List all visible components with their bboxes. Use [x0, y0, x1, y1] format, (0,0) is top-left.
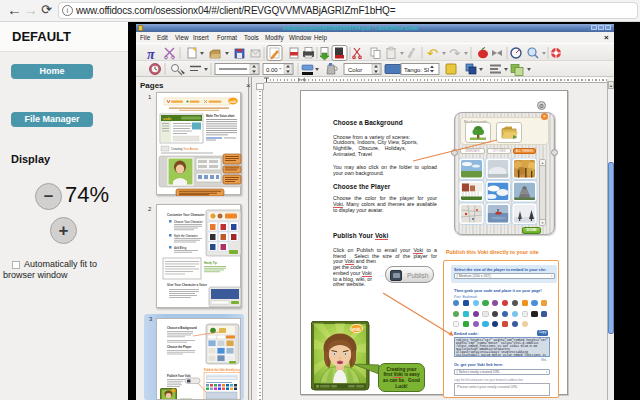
svg-text:Choose Your Character: Choose Your Character — [174, 220, 203, 224]
svg-text:voki: voki — [230, 100, 237, 104]
svg-text:voki: voki — [163, 116, 171, 121]
svg-text:↷: ↷ — [449, 46, 461, 61]
svg-text:Customize Your Character: Customize Your Character — [167, 213, 205, 217]
svg-text:↶: ↶ — [427, 46, 438, 61]
svg-text:Color: Color — [348, 67, 362, 73]
svg-text:voki: voki — [352, 327, 361, 332]
svg-text:Publish this Voki directly to: Publish this Voki directly to your site — [204, 368, 241, 372]
svg-text:Style the Character: Style the Character — [174, 234, 198, 238]
svg-text:π: π — [147, 47, 155, 62]
svg-text:Make The Voice-chart: Make The Voice-chart — [206, 114, 235, 118]
svg-text:Tango: Sl: Tango: Sl — [404, 67, 429, 73]
svg-text:Publish Your Voki: Publish Your Voki — [167, 374, 191, 378]
svg-text:Choose a Background: Choose a Background — [167, 326, 197, 330]
svg-text:0.00 ": 0.00 " — [266, 67, 281, 73]
svg-text:Add Bling: Add Bling — [174, 246, 187, 250]
svg-text:Choose the Player: Choose the Player — [167, 345, 192, 349]
svg-text:Give Your Character a Voice: Give Your Character a Voice — [167, 283, 207, 287]
svg-text:Creating Your Avatar: Creating Your Avatar — [171, 147, 198, 151]
svg-text:Handy Tip:: Handy Tip: — [204, 261, 217, 265]
